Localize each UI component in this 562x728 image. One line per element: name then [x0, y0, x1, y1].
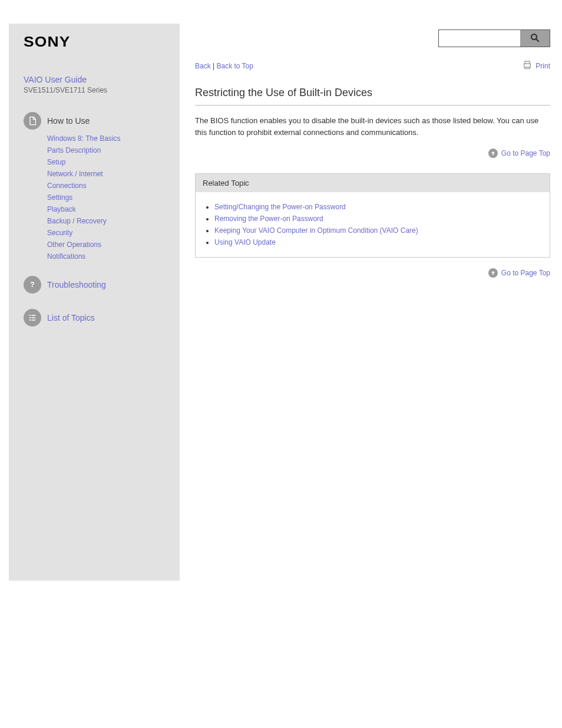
article: Restricting the Use of Built-in Devices …: [195, 87, 550, 138]
breadcrumb: Back | Back to Top: [195, 62, 253, 70]
related-list: Setting/Changing the Power-on Password R…: [196, 192, 550, 257]
sidebar: SONY VAIO User Guide SVE1511/SVE1711 Ser…: [9, 24, 180, 581]
related-head: Related Topic: [196, 174, 550, 192]
sidebar-item-windows8[interactable]: Windows 8: The Basics: [47, 134, 121, 143]
document-icon: [24, 112, 41, 130]
related-item-0[interactable]: Setting/Changing the Power-on Password: [214, 203, 346, 211]
breadcrumb-back[interactable]: Back: [195, 62, 211, 70]
print-label: Print: [535, 62, 550, 70]
sidebar-item-other[interactable]: Other Operations: [47, 241, 101, 249]
sidebar-item-notifications[interactable]: Notifications: [47, 252, 85, 261]
goto-top-upper: Go to Page Top: [195, 149, 550, 158]
breadcrumb-row: Back | Back to Top Print: [195, 60, 550, 71]
article-body: The BIOS function enables you to disable…: [195, 115, 550, 138]
sidebar-item-list-of-topics[interactable]: List of Topics: [47, 313, 95, 322]
topbar: [195, 24, 550, 53]
arrow-up-icon: [488, 149, 498, 158]
model-label: SVE1511/SVE1711 Series: [24, 86, 165, 94]
brand-logo: SONY: [24, 34, 186, 50]
sidebar-item-playback[interactable]: Playback: [47, 205, 76, 213]
goto-top-lower: Go to Page Top: [195, 268, 550, 278]
related-item-2[interactable]: Keeping Your VAIO Computer in Optimum Co…: [214, 226, 418, 235]
list-icon: [24, 309, 41, 327]
svg-text:?: ?: [30, 281, 34, 289]
search-input[interactable]: [439, 30, 520, 47]
related-item-1[interactable]: Removing the Power-on Password: [214, 215, 323, 223]
print-button[interactable]: Print: [523, 60, 550, 71]
search-box: [438, 29, 550, 47]
goto-page-top-link[interactable]: Go to Page Top: [501, 149, 550, 157]
sidebar-item-troubleshooting[interactable]: Troubleshooting: [47, 280, 106, 289]
related-topics: Related Topic Setting/Changing the Power…: [195, 173, 550, 258]
breadcrumb-back-to-top[interactable]: Back to Top: [216, 62, 253, 70]
sidebar-item-settings[interactable]: Settings: [47, 193, 72, 202]
how-to-use-list: Windows 8: The Basics Parts Description …: [24, 134, 165, 261]
svg-point-1: [531, 34, 537, 39]
search-icon: [530, 32, 540, 45]
svg-line-2: [536, 39, 539, 42]
sidebar-item-setup[interactable]: Setup: [47, 158, 65, 166]
sidebar-item-parts[interactable]: Parts Description: [47, 146, 101, 154]
sidebar-item-network[interactable]: Network / Internet: [47, 170, 103, 178]
arrow-up-icon: [488, 268, 498, 278]
sidebar-item-connections[interactable]: Connections: [47, 182, 87, 190]
product-title-link[interactable]: VAIO User Guide: [24, 75, 165, 84]
nav-how-to-use: How to Use Windows 8: The Basics Parts D…: [24, 112, 165, 261]
nav-troubleshooting: ? Troubleshooting: [24, 276, 165, 294]
sidebar-item-security[interactable]: Security: [47, 229, 72, 237]
article-title: Restricting the Use of Built-in Devices: [195, 87, 550, 106]
main-content: Back | Back to Top Print Restricting the…: [180, 24, 550, 278]
question-icon: ?: [24, 276, 41, 294]
sidebar-item-backup[interactable]: Backup / Recovery: [47, 217, 107, 225]
related-item-3[interactable]: Using VAIO Update: [214, 238, 276, 246]
nav-list-of-topics: List of Topics: [24, 309, 165, 327]
nav-head-how-to-use: How to Use: [24, 112, 165, 130]
printer-icon: [523, 60, 532, 71]
search-button[interactable]: [520, 30, 550, 47]
nav-head-label: How to Use: [47, 116, 90, 126]
goto-page-top-link-2[interactable]: Go to Page Top: [501, 269, 550, 277]
